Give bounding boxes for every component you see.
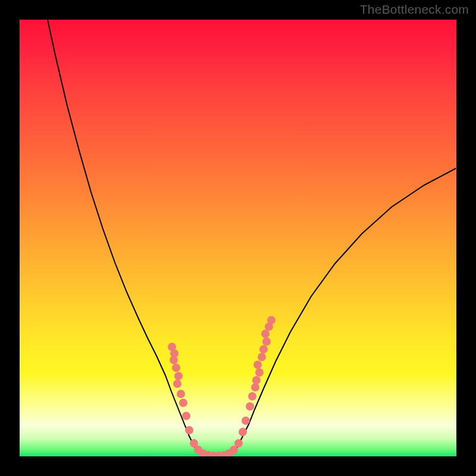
scatter-dot [234, 439, 243, 447]
scatter-dot [185, 426, 193, 434]
scatter-dot [251, 383, 259, 392]
curve-right-branch [237, 168, 456, 448]
scatter-dot [252, 376, 261, 384]
curve-left-branch [48, 20, 195, 448]
scatter-dot [246, 402, 254, 411]
watermark-text: TheBottleneck.com [360, 2, 469, 17]
scatter-dot [182, 412, 190, 420]
scatter-dot [248, 392, 256, 400]
plot-area [20, 20, 456, 456]
scatter-dot [179, 399, 187, 407]
scatter-dot [174, 372, 183, 380]
scatter-dot [261, 330, 270, 338]
scatter-dot [262, 337, 271, 346]
chart-frame: TheBottleneck.com [0, 0, 476, 476]
chart-overlay [20, 20, 456, 456]
scatter-dot [259, 345, 268, 353]
scatter-dot [242, 416, 250, 425]
scatter-dot [239, 428, 247, 436]
scatter-dot [258, 353, 266, 361]
scatter-dot [177, 390, 185, 398]
scatter-dot [172, 364, 180, 372]
scatter-dot [170, 356, 178, 364]
scatter-dot [253, 361, 262, 369]
scatter-points [168, 316, 275, 456]
scatter-dot [255, 368, 264, 377]
scatter-dot [173, 380, 181, 388]
scatter-dot [267, 316, 275, 324]
